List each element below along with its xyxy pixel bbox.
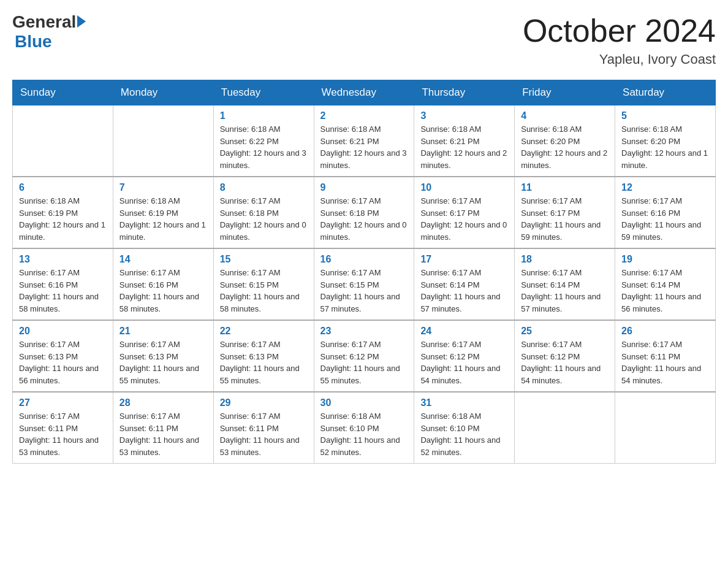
calendar-cell: 1Sunrise: 6:18 AMSunset: 6:22 PMDaylight… [213, 105, 314, 177]
day-info: Sunrise: 6:17 AMSunset: 6:16 PMDaylight:… [19, 267, 107, 315]
weekday-header-row: SundayMondayTuesdayWednesdayThursdayFrid… [13, 80, 716, 105]
calendar-cell: 30Sunrise: 6:18 AMSunset: 6:10 PMDayligh… [314, 392, 414, 464]
calendar-table: SundayMondayTuesdayWednesdayThursdayFrid… [12, 80, 716, 464]
logo-general: General [12, 12, 76, 32]
day-number: 7 [119, 182, 207, 193]
day-info: Sunrise: 6:18 AMSunset: 6:21 PMDaylight:… [320, 123, 408, 171]
day-number: 19 [621, 254, 709, 265]
day-info: Sunrise: 6:17 AMSunset: 6:18 PMDaylight:… [220, 195, 308, 243]
day-number: 21 [119, 326, 207, 337]
calendar-cell: 22Sunrise: 6:17 AMSunset: 6:13 PMDayligh… [213, 320, 314, 392]
logo-blue: Blue [15, 32, 52, 52]
day-number: 31 [420, 397, 508, 408]
day-number: 6 [19, 182, 107, 193]
logo: General Blue [12, 12, 86, 52]
calendar-cell: 7Sunrise: 6:18 AMSunset: 6:19 PMDaylight… [113, 177, 213, 248]
day-number: 3 [420, 110, 508, 121]
week-row-1: 1Sunrise: 6:18 AMSunset: 6:22 PMDaylight… [13, 105, 716, 177]
day-number: 8 [220, 182, 308, 193]
weekday-header-monday: Monday [113, 80, 213, 105]
day-number: 2 [320, 110, 408, 121]
day-number: 27 [19, 397, 107, 408]
weekday-header-saturday: Saturday [615, 80, 716, 105]
calendar-cell: 6Sunrise: 6:18 AMSunset: 6:19 PMDaylight… [13, 177, 113, 248]
day-info: Sunrise: 6:17 AMSunset: 6:11 PMDaylight:… [119, 410, 207, 458]
calendar-cell: 16Sunrise: 6:17 AMSunset: 6:15 PMDayligh… [314, 248, 414, 320]
day-info: Sunrise: 6:17 AMSunset: 6:17 PMDaylight:… [521, 195, 609, 243]
day-number: 25 [521, 326, 609, 337]
calendar-cell: 27Sunrise: 6:17 AMSunset: 6:11 PMDayligh… [13, 392, 113, 464]
calendar-cell: 25Sunrise: 6:17 AMSunset: 6:12 PMDayligh… [515, 320, 615, 392]
week-row-3: 13Sunrise: 6:17 AMSunset: 6:16 PMDayligh… [13, 248, 716, 320]
day-info: Sunrise: 6:17 AMSunset: 6:16 PMDaylight:… [119, 267, 207, 315]
day-number: 20 [19, 326, 107, 337]
calendar-cell: 3Sunrise: 6:18 AMSunset: 6:21 PMDaylight… [414, 105, 515, 177]
day-number: 17 [420, 254, 508, 265]
day-number: 1 [220, 110, 308, 121]
calendar-cell: 28Sunrise: 6:17 AMSunset: 6:11 PMDayligh… [113, 392, 213, 464]
weekday-header-tuesday: Tuesday [213, 80, 314, 105]
week-row-5: 27Sunrise: 6:17 AMSunset: 6:11 PMDayligh… [13, 392, 716, 464]
weekday-header-friday: Friday [515, 80, 615, 105]
location-title: Yapleu, Ivory Coast [523, 52, 716, 67]
week-row-2: 6Sunrise: 6:18 AMSunset: 6:19 PMDaylight… [13, 177, 716, 248]
day-number: 9 [320, 182, 408, 193]
day-number: 18 [521, 254, 609, 265]
day-number: 13 [19, 254, 107, 265]
weekday-header-wednesday: Wednesday [314, 80, 414, 105]
day-number: 24 [420, 326, 508, 337]
day-info: Sunrise: 6:18 AMSunset: 6:20 PMDaylight:… [521, 123, 609, 171]
calendar-cell: 23Sunrise: 6:17 AMSunset: 6:12 PMDayligh… [314, 320, 414, 392]
day-info: Sunrise: 6:17 AMSunset: 6:16 PMDaylight:… [621, 195, 709, 243]
day-info: Sunrise: 6:17 AMSunset: 6:12 PMDaylight:… [521, 339, 609, 386]
day-info: Sunrise: 6:18 AMSunset: 6:22 PMDaylight:… [220, 123, 308, 171]
day-number: 14 [119, 254, 207, 265]
calendar-cell: 29Sunrise: 6:17 AMSunset: 6:11 PMDayligh… [213, 392, 314, 464]
calendar-cell: 24Sunrise: 6:17 AMSunset: 6:12 PMDayligh… [414, 320, 515, 392]
calendar-cell: 10Sunrise: 6:17 AMSunset: 6:17 PMDayligh… [414, 177, 515, 248]
day-number: 30 [320, 397, 408, 408]
day-info: Sunrise: 6:17 AMSunset: 6:15 PMDaylight:… [320, 267, 408, 315]
calendar-cell: 20Sunrise: 6:17 AMSunset: 6:13 PMDayligh… [13, 320, 113, 392]
day-info: Sunrise: 6:18 AMSunset: 6:20 PMDaylight:… [621, 123, 709, 171]
day-number: 16 [320, 254, 408, 265]
calendar-cell: 2Sunrise: 6:18 AMSunset: 6:21 PMDaylight… [314, 105, 414, 177]
day-info: Sunrise: 6:17 AMSunset: 6:13 PMDaylight:… [19, 339, 107, 386]
calendar-cell: 11Sunrise: 6:17 AMSunset: 6:17 PMDayligh… [515, 177, 615, 248]
day-number: 10 [420, 182, 508, 193]
calendar-cell: 13Sunrise: 6:17 AMSunset: 6:16 PMDayligh… [13, 248, 113, 320]
day-number: 23 [320, 326, 408, 337]
day-info: Sunrise: 6:17 AMSunset: 6:11 PMDaylight:… [621, 339, 709, 386]
weekday-header-sunday: Sunday [13, 80, 113, 105]
day-info: Sunrise: 6:18 AMSunset: 6:10 PMDaylight:… [320, 410, 408, 458]
calendar-cell: 26Sunrise: 6:17 AMSunset: 6:11 PMDayligh… [615, 320, 716, 392]
day-info: Sunrise: 6:17 AMSunset: 6:14 PMDaylight:… [420, 267, 508, 315]
calendar-cell: 9Sunrise: 6:17 AMSunset: 6:18 PMDaylight… [314, 177, 414, 248]
day-number: 28 [119, 397, 207, 408]
day-number: 22 [220, 326, 308, 337]
calendar-cell: 12Sunrise: 6:17 AMSunset: 6:16 PMDayligh… [615, 177, 716, 248]
day-info: Sunrise: 6:18 AMSunset: 6:19 PMDaylight:… [19, 195, 107, 243]
day-info: Sunrise: 6:17 AMSunset: 6:18 PMDaylight:… [320, 195, 408, 243]
day-info: Sunrise: 6:17 AMSunset: 6:15 PMDaylight:… [220, 267, 308, 315]
day-info: Sunrise: 6:17 AMSunset: 6:11 PMDaylight:… [19, 410, 107, 458]
day-number: 26 [621, 326, 709, 337]
day-number: 4 [521, 110, 609, 121]
day-number: 11 [521, 182, 609, 193]
calendar-cell [13, 105, 113, 177]
day-info: Sunrise: 6:17 AMSunset: 6:12 PMDaylight:… [320, 339, 408, 386]
calendar-cell: 14Sunrise: 6:17 AMSunset: 6:16 PMDayligh… [113, 248, 213, 320]
day-number: 5 [621, 110, 709, 121]
day-info: Sunrise: 6:17 AMSunset: 6:14 PMDaylight:… [521, 267, 609, 315]
calendar-cell: 15Sunrise: 6:17 AMSunset: 6:15 PMDayligh… [213, 248, 314, 320]
calendar-cell: 19Sunrise: 6:17 AMSunset: 6:14 PMDayligh… [615, 248, 716, 320]
calendar-cell: 5Sunrise: 6:18 AMSunset: 6:20 PMDaylight… [615, 105, 716, 177]
day-info: Sunrise: 6:18 AMSunset: 6:21 PMDaylight:… [420, 123, 508, 171]
day-info: Sunrise: 6:17 AMSunset: 6:12 PMDaylight:… [420, 339, 508, 386]
day-number: 15 [220, 254, 308, 265]
page-header: General Blue October 2024 Yapleu, Ivory … [12, 12, 716, 67]
week-row-4: 20Sunrise: 6:17 AMSunset: 6:13 PMDayligh… [13, 320, 716, 392]
day-info: Sunrise: 6:18 AMSunset: 6:19 PMDaylight:… [119, 195, 207, 243]
calendar-cell: 4Sunrise: 6:18 AMSunset: 6:20 PMDaylight… [515, 105, 615, 177]
logo-arrow-icon [77, 15, 86, 28]
